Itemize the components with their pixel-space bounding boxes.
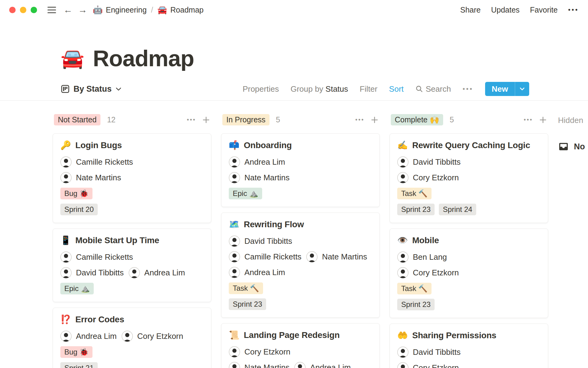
hidden-group-no-status[interactable]: No: [558, 141, 588, 152]
card[interactable]: 📱Mobile Start Up TimeCamille RickettsDav…: [53, 228, 211, 302]
column-status-pill[interactable]: Not Started: [54, 114, 100, 125]
person-chip: Camille Ricketts: [229, 251, 301, 263]
column-add-card-icon[interactable]: [539, 116, 547, 124]
view-switcher[interactable]: By Status: [61, 84, 122, 94]
card-tag-row: Task 🔨: [397, 188, 541, 199]
card-title-row: ✍️Rewrite Query Caching Logic: [397, 140, 541, 150]
avatar: [60, 156, 72, 168]
person-chip: Nate Martins: [229, 172, 289, 183]
breadcrumb-page-label: Roadmap: [170, 6, 203, 14]
card-person-row: Camille Ricketts: [60, 251, 204, 263]
updates-button[interactable]: Updates: [491, 6, 519, 14]
group-by-button[interactable]: Group by Status: [291, 84, 348, 94]
card-title-row: 🤲Sharing Permissions: [397, 331, 541, 340]
close-window-button[interactable]: [9, 7, 16, 13]
card-person-row: Andrea Lim: [229, 156, 372, 168]
board-column-complete: Complete 🙌5•••✍️Rewrite Query Caching Lo…: [390, 114, 548, 368]
card-person-row: Nate Martins: [229, 172, 372, 183]
card-person-row: David Tibbitts: [397, 347, 541, 358]
filter-button[interactable]: Filter: [360, 84, 378, 94]
card[interactable]: 👁️MobileBen LangCory EtzkornTask 🔨Sprint…: [390, 228, 548, 318]
column-header-complete: Complete 🙌5•••: [390, 114, 548, 125]
page-title[interactable]: Roadmap: [93, 45, 194, 71]
card[interactable]: 📜Landing Page RedesignCory EtzkornNate M…: [221, 323, 380, 368]
card-person-row: Andrea Lim: [229, 267, 372, 278]
person-name: Camille Ricketts: [244, 252, 301, 262]
card-tag-row: Task 🔨: [229, 282, 372, 294]
column-status-pill[interactable]: In Progress: [222, 114, 270, 125]
card[interactable]: 🔑Login BugsCamille RickettsNate MartinsB…: [53, 133, 211, 223]
card[interactable]: 📫OnboardingAndrea LimNate MartinsEpic ⛰️: [221, 133, 380, 207]
person-name: Nate Martins: [244, 173, 289, 182]
person-chip: Nate Martins: [229, 362, 289, 368]
page-icon[interactable]: 🚘: [61, 49, 84, 68]
card-title-row: 📱Mobile Start Up Time: [60, 236, 204, 245]
person-name: Cory Etzkorn: [413, 363, 459, 368]
card[interactable]: 🤲Sharing PermissionsDavid TibbittsCory E…: [390, 324, 548, 368]
column-add-card-icon[interactable]: [371, 116, 379, 124]
hidden-groups-label[interactable]: Hidden: [558, 116, 588, 125]
minimize-window-button[interactable]: [20, 7, 26, 13]
back-arrow-icon[interactable]: ←: [63, 5, 73, 14]
card-person-row: David Tibbitts: [229, 236, 372, 247]
favorite-button[interactable]: Favorite: [530, 6, 558, 14]
column-header-in-progress: In Progress5•••: [221, 114, 380, 125]
person-name: Cory Etzkorn: [137, 332, 183, 341]
avatar: [397, 251, 409, 263]
column-more-icon[interactable]: •••: [187, 116, 196, 123]
person-chip: Andrea Lim: [294, 362, 351, 368]
card[interactable]: 🗺️Rewriting FlowDavid TibbittsCamille Ri…: [221, 213, 380, 318]
sidebar-menu-icon[interactable]: [47, 7, 56, 13]
window-controls: [9, 7, 37, 13]
person-chip: David Tibbitts: [229, 236, 292, 247]
new-dropdown-button[interactable]: [515, 82, 529, 96]
search-icon: [415, 85, 423, 93]
search-button[interactable]: Search: [415, 84, 451, 94]
person-name: Camille Ricketts: [76, 252, 133, 262]
view-more-options-icon[interactable]: •••: [462, 85, 473, 93]
card-tag-row: Sprint 21: [60, 362, 204, 368]
view-name: By Status: [74, 84, 112, 94]
card-title-row: 👁️Mobile: [397, 236, 541, 245]
group-by-value: Status: [326, 84, 348, 94]
view-toolbar: By Status Properties Group by Status Fil…: [0, 82, 588, 101]
avatar: [229, 172, 240, 183]
person-chip: Cory Etzkorn: [397, 172, 459, 183]
person-name: David Tibbitts: [413, 347, 461, 357]
person-chip: Andrea Lim: [60, 331, 117, 342]
avatar: [229, 267, 240, 278]
card-tag-row: Sprint 20: [60, 204, 204, 215]
more-options-icon[interactable]: •••: [568, 6, 579, 14]
tag-pill: Sprint 23: [397, 204, 435, 215]
card-title: Rewrite Query Caching Logic: [412, 140, 530, 150]
column-more-icon[interactable]: •••: [524, 116, 533, 123]
breadcrumb-page[interactable]: 🚘 Roadmap: [157, 5, 204, 15]
card[interactable]: ✍️Rewrite Query Caching LogicDavid Tibbi…: [390, 133, 548, 223]
column-count: 5: [450, 115, 454, 124]
page-emoji-icon: 🚘: [157, 5, 167, 15]
card-tag-row: Epic ⛰️: [60, 283, 204, 294]
properties-button[interactable]: Properties: [243, 84, 279, 94]
avatar: [60, 267, 72, 278]
zoom-window-button[interactable]: [31, 7, 37, 13]
breadcrumb-workspace[interactable]: 🤖 Engineering: [93, 5, 147, 15]
person-name: Cory Etzkorn: [413, 173, 459, 182]
column-status-pill[interactable]: Complete 🙌: [391, 114, 443, 125]
column-add-card-icon[interactable]: [202, 116, 210, 124]
person-chip: Nate Martins: [306, 251, 367, 263]
card[interactable]: ⁉️Error CodesAndrea LimCory EtzkornBug 🐞…: [53, 308, 211, 368]
column-cards: 📫OnboardingAndrea LimNate MartinsEpic ⛰️…: [221, 133, 380, 368]
board-column-in-progress: In Progress5•••📫OnboardingAndrea LimNate…: [221, 114, 380, 368]
workspace-emoji-icon: 🤖: [93, 5, 103, 15]
avatar: [60, 331, 72, 342]
sort-button[interactable]: Sort: [389, 84, 404, 94]
forward-arrow-icon[interactable]: →: [78, 5, 87, 14]
card-title-row: 📜Landing Page Redesign: [229, 330, 372, 340]
card-person-row: Ben Lang: [397, 251, 541, 263]
person-name: Andrea Lim: [310, 363, 351, 368]
new-button[interactable]: New: [485, 82, 529, 96]
tag-pill: Sprint 24: [439, 204, 476, 215]
column-more-icon[interactable]: •••: [355, 116, 364, 123]
person-chip: Cory Etzkorn: [229, 346, 290, 358]
share-button[interactable]: Share: [460, 6, 481, 14]
